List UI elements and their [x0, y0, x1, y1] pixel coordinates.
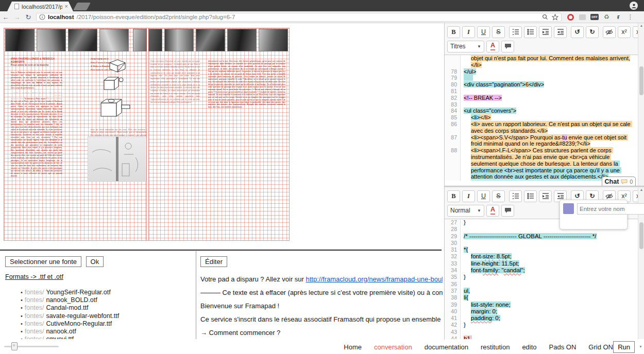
code-line: 43 — [445, 329, 644, 335]
nav-link-pads-on[interactable]: Pads ON — [549, 343, 577, 351]
pad-lost-text: Votre pad a disparu ? Allez voir sur htt… — [200, 275, 443, 283]
undo-button[interactable]: ↺ — [571, 26, 584, 38]
code-line: 38li{ — [445, 294, 644, 301]
profile-icon[interactable] — [630, 2, 638, 10]
gray-extension-icon[interactable] — [579, 13, 586, 21]
code-line: 35} — [445, 274, 644, 280]
nav-link-documentation[interactable]: documentation — [425, 343, 468, 351]
edit-button[interactable]: Éditer — [200, 256, 227, 267]
vertical-divider — [196, 251, 196, 339]
page-edge — [148, 28, 149, 240]
editer-panel: Éditer Votre pad a disparu ? Allez voir … — [198, 251, 443, 339]
code-line: 41padding: 0; — [445, 315, 644, 322]
photo-thumbnail — [99, 29, 129, 51]
reload-button[interactable]: ↻ — [23, 13, 34, 21]
nav-link-home[interactable]: Home — [344, 343, 362, 351]
article-title: IRINA FAVERO-LONGO & REBECCA KOMFORTI — [11, 58, 62, 64]
font-color-button[interactable]: A — [486, 41, 499, 52]
zoom-icon[interactable] — [542, 14, 548, 20]
superscript-button[interactable]: x² — [618, 26, 631, 38]
tab-close-icon[interactable]: × — [65, 4, 68, 9]
code-line: objet qui n'est pas fait pour lui. Comme… — [445, 55, 644, 68]
ordered-list-button[interactable] — [509, 26, 522, 38]
back-button[interactable]: ← — [0, 13, 11, 21]
comment-button[interactable] — [501, 205, 514, 217]
photo-thumbnail — [259, 29, 288, 51]
indent-button[interactable] — [539, 190, 552, 202]
zoom-slider[interactable] — [4, 346, 59, 347]
unordered-list-button[interactable] — [524, 26, 537, 38]
font-color-button[interactable]: A — [486, 205, 499, 217]
italic-button[interactable]: I — [462, 26, 475, 38]
strikethrough-button[interactable]: S — [492, 190, 505, 202]
chat-bubble-icon — [621, 179, 628, 184]
username-panel — [560, 200, 628, 229]
username-input[interactable] — [577, 203, 644, 215]
heading-dropdown[interactable]: Titres▼ — [447, 41, 484, 52]
nav-link-edito[interactable]: edito — [522, 343, 536, 351]
select-font-button[interactable]: Selectionner une fonte — [5, 256, 81, 267]
spread-column-right-serif: Cette conscience d'humanité est aussi am… — [150, 60, 200, 236]
font-list-item: •fontes/cmunvi.ttf — [21, 335, 195, 339]
font-list-item: •fontes/CutiveMono-Regular.ttf — [21, 320, 195, 327]
bookmark-star-icon[interactable] — [552, 14, 558, 21]
code-line: 36 — [445, 281, 644, 288]
tab-title: localhost/2017/poi — [22, 4, 62, 10]
strikethrough-button[interactable]: S — [492, 26, 505, 38]
unordered-list-button[interactable] — [524, 190, 537, 202]
formats-link[interactable]: Formats -> .ttf et .otf — [5, 273, 63, 280]
code-line: 81 — [445, 88, 644, 95]
redo-button[interactable]: ↻ — [586, 26, 599, 38]
fonts-panel: Selectionner une fonte Ok Formats -> .tt… — [0, 251, 195, 339]
url-path: /2017/poisson-eveque/edition/pad2print/s… — [76, 14, 539, 20]
css-code-area[interactable]: 27}2829/* ------------------------ GLOBA… — [445, 219, 644, 339]
browser-tab[interactable]: localhost/2017/poi × — [7, 2, 73, 11]
pad-welcome-text: Bienvenue sur Framapad ! — [200, 302, 443, 310]
font-list-item: •fontes/nanook_BOLD.otf — [21, 296, 195, 304]
italic-button[interactable]: I — [462, 190, 475, 202]
address-bar[interactable]: localhost /2017/poisson-eveque/edition/p… — [36, 13, 562, 22]
speaker-name: Stéphanie Verin — [11, 98, 24, 100]
info-icon[interactable] — [39, 14, 45, 20]
chat-tab[interactable]: Chat 0 — [602, 176, 636, 186]
underline-button[interactable]: U — [477, 26, 490, 38]
pad-service-text: Ce service s'inscrit dans le réseau asso… — [200, 315, 443, 323]
horizontal-divider — [0, 250, 442, 251]
indent-button[interactable] — [539, 26, 552, 38]
code-line: 37ul, — [445, 288, 644, 294]
nav-link-conversation[interactable]: conversation — [374, 343, 412, 351]
opera-extension-icon[interactable] — [567, 13, 574, 21]
off-extension-icon[interactable]: OFF — [590, 14, 599, 20]
ok-button[interactable]: Ok — [86, 256, 104, 267]
html-pad-editor: B I U S ↺ ↻ x² — [445, 23, 644, 186]
bold-button[interactable]: B — [447, 26, 460, 38]
code-line: 40margin: 0; — [445, 308, 644, 315]
html-code-area[interactable]: objet qui n'est pas fait pour lui. Comme… — [445, 55, 644, 181]
editor1-scrollbar[interactable]: ▲ — [638, 23, 644, 186]
authorship-colors-button[interactable] — [603, 26, 616, 38]
bold-button[interactable]: B — [447, 190, 460, 202]
spread-column-right-sans: directement sur le mur. Des trous, des f… — [208, 60, 285, 236]
print-spread-preview: IRINA FAVERO-LONGO & REBECCA KOMFORTI Po… — [4, 28, 289, 240]
user-color-swatch[interactable] — [563, 203, 574, 214]
comment-button[interactable] — [501, 41, 514, 52]
zoom-slider-handle[interactable] — [11, 342, 18, 350]
run-button[interactable]: Run — [613, 341, 635, 353]
pad-toolbar: B I U S ↺ ↻ x² — [445, 23, 644, 55]
recycle-extension-icon[interactable]: ♻ — [603, 13, 611, 21]
browser-menu-icon[interactable]: ⋮ — [626, 13, 634, 21]
underline-button[interactable]: U — [477, 190, 490, 202]
nav-link-restitution[interactable]: restitution — [481, 343, 510, 351]
forward-button[interactable]: → — [11, 13, 23, 21]
photo-thumbnail — [164, 29, 194, 51]
new-tab-button[interactable] — [73, 3, 91, 10]
ordered-list-button[interactable] — [509, 190, 522, 202]
code-line: 85<li></li> — [445, 114, 644, 121]
nav-link-grid-on[interactable]: Grid ON — [588, 343, 613, 351]
heading-dropdown[interactable]: Normal▼ — [447, 205, 484, 217]
framacloud-link[interactable]: http://framacloud.org/news/framapad-une-… — [306, 275, 443, 283]
outdent-button[interactable] — [554, 26, 567, 38]
gnome-foot-extension-icon[interactable]: ғ — [615, 13, 622, 21]
fonts-list: •fontes/YoungSerif-Regular.otf•fontes/na… — [21, 288, 195, 339]
scroll-down-icon[interactable]: ▼ — [639, 345, 642, 348]
